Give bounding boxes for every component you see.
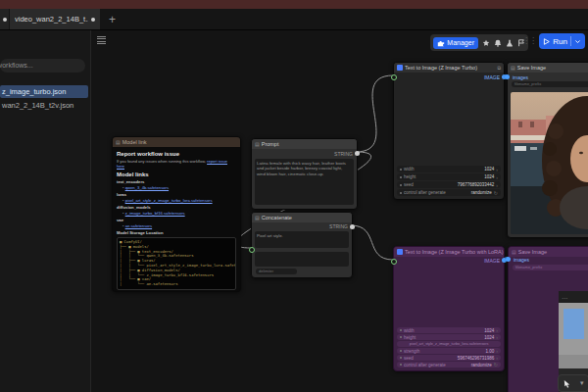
- storage-location-label: Model Storage Location: [117, 230, 236, 235]
- issue-text: If you found any issues when running thi…: [117, 159, 206, 164]
- url-banner: http://20.113.141.124:8080: [0, 0, 588, 9]
- workflow-search-input[interactable]: Search workflows...: [0, 59, 85, 73]
- input-port-prompt[interactable]: [391, 74, 397, 80]
- subgraph-icon: [397, 65, 403, 71]
- widget-seed[interactable]: seed596746296731986›: [397, 355, 501, 361]
- node-header[interactable]: Text to Image (Z Image Turbo with LoRA): [394, 247, 504, 257]
- node-title: Text to Image (Z Image Turbo): [405, 65, 477, 71]
- node-title: Model link: [122, 139, 147, 145]
- filename-prefix-widget[interactable]: filename_prefix: [512, 81, 588, 87]
- output-port-string[interactable]: [350, 224, 355, 229]
- tab-active-workflow[interactable]: video_wan2_2_14B_t...: [10, 9, 100, 29]
- cursor-icon[interactable]: [563, 379, 571, 388]
- canvas-pointer-toolbox[interactable]: ▾: [558, 374, 588, 392]
- delimiter-widget[interactable]: delimiter: [256, 269, 297, 274]
- stepper-arrows[interactable]: ›: [496, 182, 498, 188]
- model-link[interactable]: qwen_3_4b.safetensors: [125, 185, 169, 190]
- node-title: Prompt: [262, 141, 279, 147]
- tab-fragment[interactable]: [0, 9, 9, 29]
- pixel-art-blue-block: [564, 309, 584, 339]
- input-port-images[interactable]: [505, 74, 510, 79]
- note-paragraph: If you found any issues when running thi…: [117, 159, 236, 169]
- node-header[interactable]: ▤ Concatenate: [252, 213, 352, 222]
- model-link[interactable]: z_image_turbo_bf16.safetensors: [125, 211, 185, 216]
- input-port-string[interactable]: [249, 247, 255, 253]
- image-icon: ▤: [511, 65, 515, 71]
- stepper-arrows[interactable]: ›: [496, 174, 498, 180]
- node-header[interactable]: ▤ Save Image: [508, 63, 588, 73]
- input-port-prompt[interactable]: [391, 259, 397, 265]
- node-save-image[interactable]: ▤ Save Image images filename_prefix: [507, 62, 588, 238]
- new-tab-button[interactable]: +: [100, 9, 124, 29]
- stepper-arrows[interactable]: ›: [496, 167, 498, 172]
- model-link[interactable]: ae.safetensors: [125, 223, 152, 228]
- widget-stack: width1024› height1024› pixel_art_style_z…: [394, 326, 504, 368]
- concat-text-a[interactable]: Pixel art style.: [255, 231, 349, 248]
- filename-prefix-widget[interactable]: filename_prefix: [513, 265, 588, 270]
- widget-lora-name[interactable]: pixel_art_style_z_image_turbo_lora.safet…: [397, 341, 501, 347]
- node-header[interactable]: ▤ Model link: [113, 137, 240, 147]
- node-header[interactable]: ▤ Prompt: [252, 139, 357, 149]
- output-port-string[interactable]: [355, 151, 360, 156]
- concat-text-b[interactable]: [255, 252, 349, 267]
- image-icon: ▤: [512, 249, 516, 255]
- prompt-textarea[interactable]: Latina female with thick wavy hair, leat…: [255, 159, 354, 205]
- node-title: Text to Image (Z Image Turbo with LoRA): [405, 249, 504, 255]
- search-placeholder: Search workflows...: [0, 59, 85, 73]
- text-icon: ▤: [255, 215, 260, 220]
- node-prompt[interactable]: ▤ Prompt STRING Latina female with thick…: [251, 138, 358, 210]
- note-icon: ▤: [116, 139, 121, 145]
- expand-icon[interactable]: ⧉: [497, 65, 501, 72]
- widget-width[interactable]: width1024›: [397, 166, 501, 172]
- workflow-tabbar: video_wan2_2_14B_t... +: [0, 9, 588, 30]
- note-heading: Report workflow issue: [117, 151, 236, 157]
- widget-stack: width1024› height1024› seed7967768920334…: [394, 165, 504, 196]
- widget-seed[interactable]: seed796776892033442›: [397, 181, 501, 188]
- pixel-art-image: [559, 303, 588, 355]
- widget-control-after-generate[interactable]: control after generaterandomize↻: [397, 189, 501, 196]
- node-canvas[interactable]: Manager ⋮⋮ Run ▤ Model link Report workf…: [91, 30, 588, 392]
- output-label-image: IMAGE: [484, 258, 500, 264]
- model-category-label: diffusion_models: [117, 205, 236, 210]
- widget-height[interactable]: height1024›: [397, 334, 501, 340]
- model-link[interactable]: pixel_art_style_z_image_turbo_lora.safet…: [125, 198, 213, 203]
- node-concatenate[interactable]: ▤ Concatenate STRING Pixel art style. de…: [251, 212, 353, 278]
- preview-toolbar: ⋯: [559, 291, 588, 303]
- model-category-label: loras: [117, 192, 236, 197]
- preview-footer: [559, 355, 588, 368]
- note-body: Report workflow issue If you found any i…: [113, 147, 240, 293]
- node-model-link-note[interactable]: ▤ Model link Report workflow issue If yo…: [112, 136, 241, 292]
- node-title: Save Image: [517, 65, 546, 71]
- output-label-string: STRING: [329, 223, 348, 229]
- tab-label: video_wan2_2_14B_t...: [15, 15, 88, 24]
- subgraph-icon: [397, 249, 403, 255]
- node-title: Concatenate: [262, 215, 292, 220]
- widget-width[interactable]: width1024›: [397, 327, 501, 333]
- refresh-icon[interactable]: ↻: [494, 190, 498, 196]
- model-category-label: vae: [117, 218, 236, 222]
- main-area: Search workflows... z_image_turbo.json w…: [0, 30, 588, 392]
- output-label-string: STRING: [334, 151, 353, 157]
- node-title: Save Image: [518, 249, 547, 255]
- workflow-item[interactable]: wan2_2_14B_t2v.json: [0, 99, 88, 112]
- generated-image-preview[interactable]: [511, 92, 588, 234]
- grip-icon[interactable]: ⋯: [562, 294, 567, 301]
- widget-control-after-generate[interactable]: control after generaterandomize↻: [397, 362, 501, 368]
- widget-height[interactable]: height1024›: [397, 173, 501, 180]
- widget-strength[interactable]: strength1.00›: [397, 348, 501, 354]
- workflow-item-selected[interactable]: z_image_turbo.json: [0, 85, 88, 98]
- workflows-sidebar: Search workflows... z_image_turbo.json w…: [0, 30, 91, 392]
- input-label-images: images: [514, 257, 529, 263]
- chevron-down-icon[interactable]: ▾: [580, 379, 584, 387]
- text-icon: ▤: [255, 141, 260, 147]
- node-text-to-image-z-image-turbo[interactable]: Text to Image (Z Image Turbo) ⧉ IMAGE wi…: [393, 62, 505, 200]
- node-text-to-image-z-image-turbo-lora[interactable]: Text to Image (Z Image Turbo with LoRA) …: [393, 246, 505, 371]
- unsaved-dot-icon[interactable]: [91, 18, 95, 22]
- workflow-list: z_image_turbo.json wan2_2_14B_t2v.json: [0, 84, 88, 113]
- node-header[interactable]: ▤ Save Image: [509, 247, 588, 257]
- node-save-image-bypassed[interactable]: ▤ Save Image images filename_prefix ⋯: [508, 246, 588, 392]
- input-port-images[interactable]: [506, 257, 511, 262]
- model-category-label: text_encoders: [117, 179, 236, 184]
- model-storage-tree: ■ ComfyUI/ ├── ■ models/ │ ├── ■ text_en…: [117, 237, 236, 290]
- node-header[interactable]: Text to Image (Z Image Turbo) ⧉: [394, 63, 504, 73]
